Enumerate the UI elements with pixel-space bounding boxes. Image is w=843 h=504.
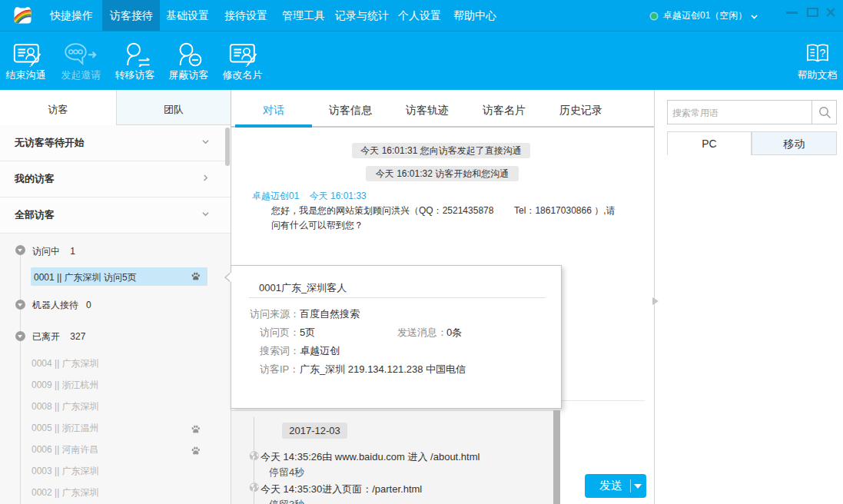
svg-text:?: ? <box>820 47 826 59</box>
